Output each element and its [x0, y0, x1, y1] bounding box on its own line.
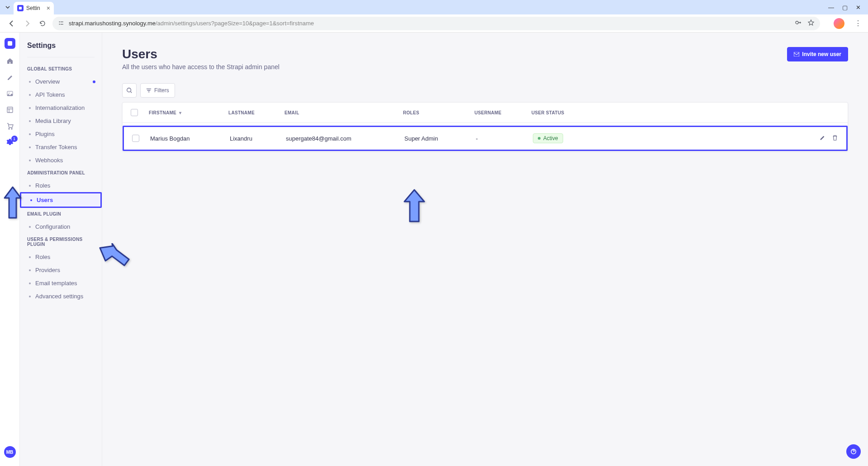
col-status[interactable]: USER STATUS: [531, 110, 613, 115]
sidebar-item-email-templates[interactable]: Email templates: [20, 277, 102, 290]
sidebar-item-overview[interactable]: Overview: [20, 75, 102, 88]
browser-profile-avatar[interactable]: [834, 18, 844, 29]
invite-user-button[interactable]: Invite new user: [787, 47, 848, 61]
browser-tab[interactable]: Settin ×: [14, 2, 54, 14]
svg-rect-7: [7, 107, 13, 113]
col-firstname[interactable]: FIRSTNAME▾: [149, 110, 228, 115]
search-icon: [126, 87, 133, 94]
sidebar-item-api-tokens[interactable]: API Tokens: [20, 88, 102, 101]
svg-point-4: [796, 21, 798, 24]
status-badge: Active: [533, 133, 563, 143]
col-roles[interactable]: ROLES: [403, 110, 474, 115]
row-checkbox[interactable]: [132, 135, 139, 142]
svg-rect-3: [61, 24, 63, 24]
col-username[interactable]: USERNAME: [474, 110, 531, 115]
edit-icon[interactable]: [819, 135, 825, 142]
col-email[interactable]: EMAIL: [285, 110, 403, 115]
cell-firstname: Marius Bogdan: [150, 135, 230, 142]
tab-list-dropdown[interactable]: [4, 3, 12, 11]
sidebar-item-roles[interactable]: Roles: [20, 179, 102, 192]
main-content: Users All the users who have access to t…: [102, 33, 868, 466]
sidebar-item-up-roles[interactable]: Roles: [20, 250, 102, 264]
section-email: EMAIL PLUGIN: [20, 208, 102, 220]
media-icon[interactable]: [6, 89, 14, 98]
settings-icon[interactable]: 1: [6, 138, 14, 146]
sidebar-item-providers[interactable]: Providers: [20, 264, 102, 277]
sidebar-item-media-library[interactable]: Media Library: [20, 114, 102, 127]
delete-icon[interactable]: [832, 135, 838, 142]
cell-lastname: Lixandru: [230, 135, 286, 142]
table-row[interactable]: Marius Bogdan Lixandru supergate84@gmail…: [123, 126, 848, 151]
sidebar-item-webhooks[interactable]: Webhooks: [20, 154, 102, 167]
cell-username: -: [476, 135, 533, 142]
svg-rect-1: [61, 21, 63, 22]
sidebar-item-i18n[interactable]: Internationalization: [20, 101, 102, 114]
site-settings-icon[interactable]: [58, 20, 64, 27]
maximize-icon[interactable]: ▢: [842, 4, 848, 11]
users-table: FIRSTNAME▾ LASTNAME EMAIL ROLES USERNAME…: [122, 102, 848, 151]
select-all-checkbox[interactable]: [131, 109, 138, 116]
page-title: Users: [122, 47, 280, 61]
browser-tab-bar: Settin × — ▢ ✕: [0, 0, 868, 14]
url-text: strapi.mariushosting.synology.me/admin/s…: [69, 20, 314, 27]
section-permissions: USERS & PERMISSIONS PLUGIN: [20, 233, 102, 250]
filter-icon: [146, 88, 152, 93]
home-icon[interactable]: [6, 57, 14, 65]
back-button[interactable]: [6, 18, 17, 29]
browser-toolbar: strapi.mariushosting.synology.me/admin/s…: [0, 14, 868, 33]
content-icon[interactable]: [6, 73, 14, 81]
sidebar-item-advanced-settings[interactable]: Advanced settings: [20, 290, 102, 303]
svg-point-2: [59, 24, 60, 24]
filters-button[interactable]: Filters: [140, 83, 175, 98]
col-lastname[interactable]: LASTNAME: [228, 110, 285, 115]
mail-icon: [794, 52, 799, 56]
app-icon-bar: 1 MB: [0, 33, 20, 466]
sidebar-item-transfer-tokens[interactable]: Transfer Tokens: [20, 141, 102, 154]
minimize-icon[interactable]: —: [828, 4, 834, 11]
sidebar-title: Settings: [20, 42, 102, 57]
address-bar[interactable]: strapi.mariushosting.synology.me/admin/s…: [52, 17, 820, 30]
table-header: FIRSTNAME▾ LASTNAME EMAIL ROLES USERNAME…: [123, 103, 848, 123]
section-admin: ADMINISTRATION PANEL: [20, 167, 102, 179]
browser-menu-icon[interactable]: ⋮: [854, 19, 862, 28]
tab-close-icon[interactable]: ×: [47, 5, 50, 12]
forward-button[interactable]: [22, 18, 33, 29]
reload-button[interactable]: [37, 18, 48, 29]
tab-title: Settin: [26, 5, 40, 11]
search-button[interactable]: [122, 83, 137, 98]
sidebar-item-users[interactable]: Users: [20, 192, 102, 208]
svg-point-9: [11, 128, 12, 129]
section-global: GLOBAL SETTINGS: [20, 63, 102, 75]
sidebar-item-plugins[interactable]: Plugins: [20, 127, 102, 141]
user-avatar[interactable]: MB: [4, 446, 16, 458]
key-icon[interactable]: [795, 19, 802, 28]
page-subtitle: All the users who have access to the Str…: [122, 63, 280, 71]
svg-point-6: [9, 93, 9, 94]
svg-point-0: [59, 21, 60, 22]
svg-point-11: [127, 88, 131, 92]
sort-icon: ▾: [179, 110, 181, 115]
settings-sidebar: Settings GLOBAL SETTINGS Overview API To…: [20, 33, 102, 466]
close-icon[interactable]: ✕: [856, 4, 861, 11]
settings-badge: 1: [11, 136, 18, 142]
svg-rect-10: [794, 52, 799, 56]
favicon-icon: [17, 5, 24, 11]
divider: [27, 57, 95, 57]
cell-roles: Super Admin: [404, 135, 476, 142]
help-button[interactable]: [846, 444, 861, 459]
bookmark-icon[interactable]: [807, 19, 815, 28]
svg-point-8: [9, 128, 9, 129]
window-controls: — ▢ ✕: [828, 4, 864, 11]
cell-email: supergate84@gmail.com: [286, 135, 404, 142]
marketplace-icon[interactable]: [6, 122, 14, 130]
app-logo[interactable]: [5, 38, 15, 49]
sidebar-item-configuration[interactable]: Configuration: [20, 220, 102, 233]
builder-icon[interactable]: [6, 106, 14, 114]
